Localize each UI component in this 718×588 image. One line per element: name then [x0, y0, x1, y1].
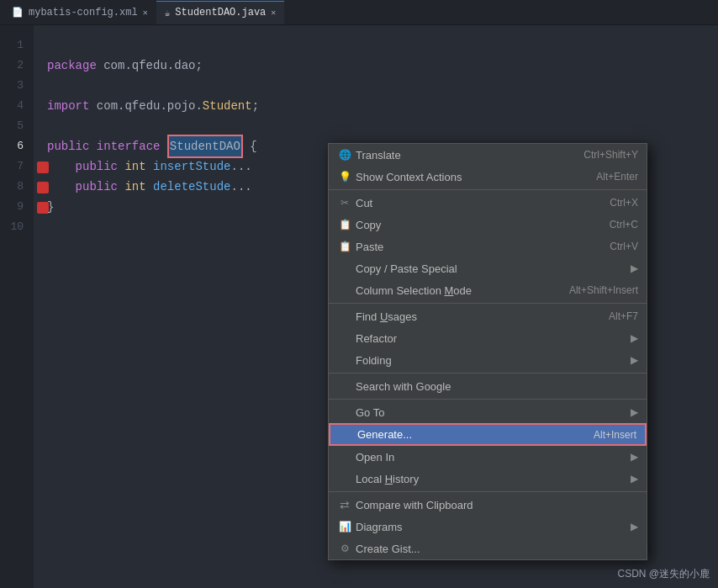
menu-cut-shortcut: Ctrl+X	[610, 197, 638, 209]
menu-item-create-gist[interactable]: ⚙ Create Gist...	[329, 538, 647, 559]
method-insert: insertStude	[153, 156, 230, 177]
menu-copy-paste-special-label: Copy / Paste Special	[356, 262, 624, 275]
translate-icon: 🌐	[337, 149, 352, 161]
code-line-2: package com.qfedu.dao;	[47, 56, 705, 76]
kw-public-8: public	[76, 177, 118, 197]
line-num-9: 9	[0, 197, 24, 217]
menu-item-generate[interactable]: Generate... Alt+Insert	[329, 423, 647, 446]
kw-interface: interface	[97, 136, 161, 156]
line-num-6: 6	[0, 136, 24, 156]
menu-generate-shortcut: Alt+Insert	[594, 429, 636, 441]
menu-paste-label: Paste	[356, 241, 593, 253]
diagrams-arrow: ▶	[631, 521, 638, 532]
menu-sep-1	[329, 303, 647, 304]
kw-int-8: int	[124, 177, 145, 197]
tab-mybatis-label: mybatis-config.xml	[29, 7, 138, 19]
kw-int-7: int	[124, 156, 145, 177]
code-line-1	[47, 35, 705, 56]
tab-studentdao-close[interactable]: ✕	[271, 8, 276, 18]
menu-local-history-label: Local History	[356, 473, 624, 485]
menu-item-show-context[interactable]: 💡 Show Context Actions Alt+Enter	[329, 166, 647, 188]
refactor-arrow: ▶	[631, 332, 638, 344]
kw-public-6: public	[47, 136, 89, 156]
menu-item-copy[interactable]: 📋 Copy Ctrl+C	[329, 214, 647, 236]
menu-copy-shortcut: Ctrl+C	[610, 219, 638, 230]
menu-sep-2	[329, 373, 647, 373]
menu-sep-4	[329, 491, 647, 492]
menu-refactor-label: Refactor	[356, 332, 624, 345]
menu-item-compare-clipboard[interactable]: ⇄ Compare with Clipboard	[329, 494, 647, 516]
menu-show-context-label: Show Context Actions	[356, 171, 579, 183]
tab-mybatis-close[interactable]: ✕	[143, 8, 148, 18]
code-line-5	[47, 116, 705, 136]
menu-copy-label: Copy	[356, 219, 593, 231]
watermark: CSDN @迷失的小鹿	[617, 567, 710, 581]
editor-area: 1 2 3 4 5 6 7 8 9 10 package com.qfedu.d…	[0, 25, 718, 588]
tab-mybatis[interactable]: 📄 mybatis-config.xml ✕	[3, 1, 156, 24]
kw-public-7: public	[76, 156, 118, 177]
menu-column-selection-shortcut: Alt+Shift+Insert	[569, 284, 638, 296]
create-gist-icon: ⚙	[337, 543, 352, 554]
menu-compare-clipboard-label: Compare with Clipboard	[356, 499, 638, 511]
menu-paste-shortcut: Ctrl+V	[610, 241, 638, 252]
menu-go-to-label: Go To	[356, 406, 624, 419]
menu-item-translate[interactable]: 🌐 Translate Ctrl+Shift+Y	[329, 144, 647, 166]
line-num-2: 2	[0, 56, 24, 76]
menu-item-find-usages[interactable]: Find Usages Alt+F7	[329, 305, 647, 327]
go-to-arrow: ▶	[631, 406, 638, 418]
diagrams-icon: 📊	[337, 521, 352, 532]
menu-item-paste[interactable]: 📋 Paste Ctrl+V	[329, 236, 647, 257]
menu-find-usages-label: Find Usages	[356, 310, 592, 323]
selected-studentdao: StudentDAO	[167, 135, 243, 158]
menu-generate-label: Generate...	[357, 428, 577, 441]
folding-arrow: ▶	[631, 354, 638, 366]
cut-icon: ✂	[337, 197, 352, 209]
menu-open-in-label: Open In	[356, 451, 624, 464]
menu-item-local-history[interactable]: Local History ▶	[329, 468, 647, 490]
menu-item-folding[interactable]: Folding ▶	[329, 349, 647, 371]
menu-sep-3	[329, 399, 647, 400]
line-num-3: 3	[0, 76, 24, 96]
local-history-arrow: ▶	[631, 473, 638, 485]
method-delete: deleteStude	[153, 177, 230, 197]
menu-find-usages-shortcut: Alt+F7	[609, 310, 638, 322]
line-num-1: 1	[0, 35, 24, 56]
menu-diagrams-label: Diagrams	[356, 521, 624, 533]
copy-icon: 📋	[337, 219, 352, 230]
tab-bar: 📄 mybatis-config.xml ✕ ☕ StudentDAO.java…	[0, 0, 718, 25]
menu-item-column-selection[interactable]: Column Selection Mode Alt+Shift+Insert	[329, 279, 647, 301]
line-num-8: 8	[0, 177, 24, 197]
kw-import: import	[47, 96, 89, 116]
context-actions-icon: 💡	[337, 171, 352, 183]
menu-item-open-in[interactable]: Open In ▶	[329, 446, 647, 468]
line-num-5: 5	[0, 116, 24, 136]
code-line-3	[47, 76, 705, 96]
line-num-4: 4	[0, 96, 24, 116]
menu-item-go-to[interactable]: Go To ▶	[329, 401, 647, 423]
open-in-arrow: ▶	[631, 451, 638, 463]
menu-item-search-google[interactable]: Search with Google	[329, 375, 647, 397]
menu-create-gist-label: Create Gist...	[356, 543, 638, 555]
menu-search-google-label: Search with Google	[356, 380, 638, 393]
menu-translate-shortcut: Ctrl+Shift+Y	[583, 149, 638, 161]
compare-clipboard-icon: ⇄	[337, 498, 352, 511]
tab-studentdao-label: StudentDAO.java	[175, 7, 266, 19]
line-num-7: 7	[0, 156, 24, 177]
menu-folding-label: Folding	[356, 354, 624, 367]
context-menu: 🌐 Translate Ctrl+Shift+Y 💡 Show Context …	[328, 143, 647, 560]
xml-file-icon: 📄	[12, 7, 24, 18]
menu-item-cut[interactable]: ✂ Cut Ctrl+X	[329, 192, 647, 214]
menu-cut-label: Cut	[356, 197, 593, 209]
menu-sep-0	[329, 189, 647, 190]
menu-item-diagrams[interactable]: 📊 Diagrams ▶	[329, 516, 647, 538]
menu-translate-label: Translate	[356, 149, 567, 162]
tab-studentdao[interactable]: ☕ StudentDAO.java ✕	[156, 1, 285, 24]
copy-paste-special-arrow: ▶	[631, 262, 638, 274]
menu-show-context-shortcut: Alt+Enter	[596, 171, 638, 183]
line-num-10: 10	[0, 217, 24, 237]
menu-item-copy-paste-special[interactable]: Copy / Paste Special ▶	[329, 257, 647, 279]
menu-item-refactor[interactable]: Refactor ▶	[329, 327, 647, 349]
kw-package: package	[47, 56, 97, 76]
line-numbers: 1 2 3 4 5 6 7 8 9 10	[0, 25, 34, 588]
java-file-icon: ☕	[165, 8, 171, 19]
